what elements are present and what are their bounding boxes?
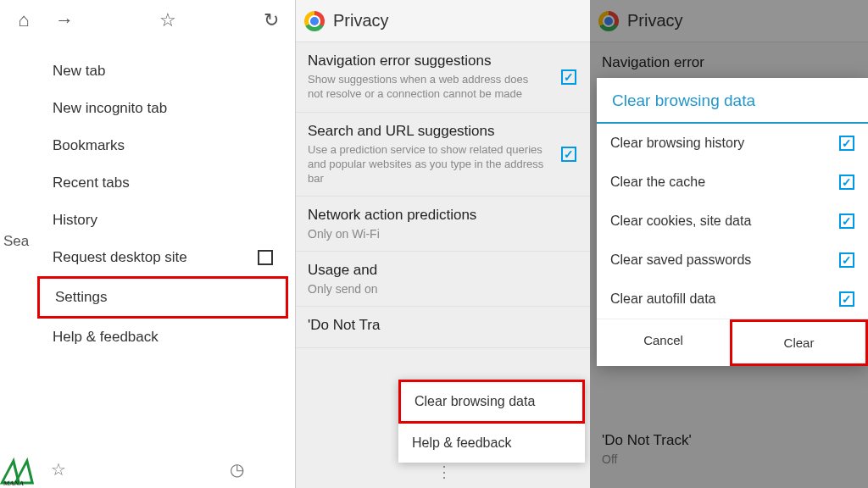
setting-title: Search and URL suggestions (308, 123, 578, 140)
checkbox-checked-icon[interactable]: ✓ (839, 136, 854, 151)
overflow-popup-menu: Clear browsing data Help & feedback (398, 380, 585, 463)
dialog-item-label: Clear the cache (610, 175, 705, 190)
menu-item-label: Request desktop site (53, 249, 187, 266)
menu-item-new-incognito-tab[interactable]: New incognito tab (37, 90, 288, 127)
menu-item-settings[interactable]: Settings (37, 276, 288, 319)
dialog-item-label: Clear autofill data (610, 291, 716, 307)
dialog-item-autofill[interactable]: Clear autofill data ✓ (597, 280, 868, 319)
menu-item-label: Settings (55, 289, 107, 306)
header-title: Privacy (333, 11, 389, 30)
menu-item-label: Bookmarks (53, 137, 125, 154)
dialog-item-label: Clear cookies, site data (610, 214, 751, 229)
menu-item-help-feedback[interactable]: Help & feedback (37, 319, 288, 356)
menu-item-label: New tab (53, 63, 105, 80)
clear-button[interactable]: Clear (730, 319, 868, 366)
dialog-title: Clear browsing data (597, 78, 868, 124)
setting-desc: Use a prediction service to show related… (308, 143, 578, 186)
setting-desc: Show suggestions when a web address does… (308, 73, 578, 102)
popup-item-clear-browsing-data[interactable]: Clear browsing data (398, 380, 585, 424)
checkbox-checked-icon[interactable]: ✓ (839, 175, 854, 190)
menu-item-new-tab[interactable]: New tab (37, 53, 288, 90)
menu-item-request-desktop-site[interactable]: Request desktop site (37, 239, 288, 276)
menu-item-label: History (53, 212, 97, 229)
clock-icon[interactable]: ◷ (230, 459, 244, 480)
search-fragment: Sea (0, 233, 36, 250)
forward-icon[interactable]: → (44, 0, 85, 41)
dialog-item-label: Clear saved passwords (610, 252, 751, 268)
panel-chrome-menu: ⌂ → ☆ ↻ Sea New tab New incognito tab Bo… (0, 0, 295, 488)
watermark-logo: MANA (0, 458, 49, 486)
popup-item-help-feedback[interactable]: Help & feedback (398, 424, 585, 463)
setting-network-predictions[interactable]: Network action predictions Only on Wi-Fi (296, 197, 590, 252)
overflow-dots-icon[interactable]: ⋮ (437, 463, 450, 481)
chrome-overflow-menu: New tab New incognito tab Bookmarks Rece… (37, 44, 288, 364)
chrome-logo-icon (304, 11, 325, 31)
checkbox-checked-icon[interactable]: ✓ (561, 69, 576, 85)
setting-title: 'Do Not Tra (308, 317, 578, 334)
setting-title: Usage and (308, 262, 578, 279)
checkbox-checked-icon[interactable]: ✓ (839, 291, 854, 307)
browser-toolbar: ⌂ → ☆ ↻ (0, 0, 295, 41)
star-icon[interactable]: ☆ (147, 0, 188, 41)
setting-title: Network action predictions (308, 207, 578, 224)
setting-title: Navigation error suggestions (308, 53, 578, 69)
reload-icon[interactable]: ↻ (251, 0, 292, 41)
dialog-item-cookies[interactable]: Clear cookies, site data ✓ (597, 202, 868, 241)
setting-navigation-error[interactable]: Navigation error suggestions Show sugges… (296, 42, 590, 113)
menu-item-bookmarks[interactable]: Bookmarks (37, 127, 288, 164)
dialog-item-cache[interactable]: Clear the cache ✓ (597, 163, 868, 202)
setting-sub: Only on Wi-Fi (308, 227, 578, 241)
menu-item-label: New incognito tab (53, 100, 167, 117)
panel-privacy-settings: Privacy Navigation error suggestions Sho… (295, 0, 590, 488)
checkbox-unchecked-icon[interactable] (258, 250, 273, 265)
home-icon[interactable]: ⌂ (3, 0, 44, 41)
menu-item-recent-tabs[interactable]: Recent tabs (37, 164, 288, 202)
menu-item-label: Recent tabs (53, 175, 130, 191)
setting-sub: Only send on (308, 282, 578, 296)
dialog-actions: Cancel Clear (597, 319, 868, 366)
setting-usage[interactable]: Usage and Only send on (296, 252, 590, 307)
checkbox-checked-icon[interactable]: ✓ (561, 147, 576, 162)
setting-search-url-suggestions[interactable]: Search and URL suggestions Use a predict… (296, 113, 590, 197)
svg-text:MANA: MANA (3, 480, 25, 486)
panel-clear-data-dialog: Privacy Navigation error 'Do Not Track' … (590, 0, 868, 488)
dialog-item-history[interactable]: Clear browsing history ✓ (597, 124, 868, 163)
menu-item-label: Help & feedback (53, 329, 159, 346)
dialog-item-label: Clear browsing history (610, 136, 744, 151)
setting-do-not-track[interactable]: 'Do Not Tra (296, 307, 590, 348)
settings-header: Privacy (296, 0, 590, 42)
clear-browsing-data-dialog: Clear browsing data Clear browsing histo… (597, 78, 868, 366)
menu-item-history[interactable]: History (37, 202, 288, 239)
checkbox-checked-icon[interactable]: ✓ (839, 252, 854, 268)
star-outline-icon[interactable]: ☆ (51, 459, 66, 480)
checkbox-checked-icon[interactable]: ✓ (839, 214, 854, 229)
cancel-button[interactable]: Cancel (597, 319, 730, 366)
dialog-item-passwords[interactable]: Clear saved passwords ✓ (597, 241, 868, 280)
